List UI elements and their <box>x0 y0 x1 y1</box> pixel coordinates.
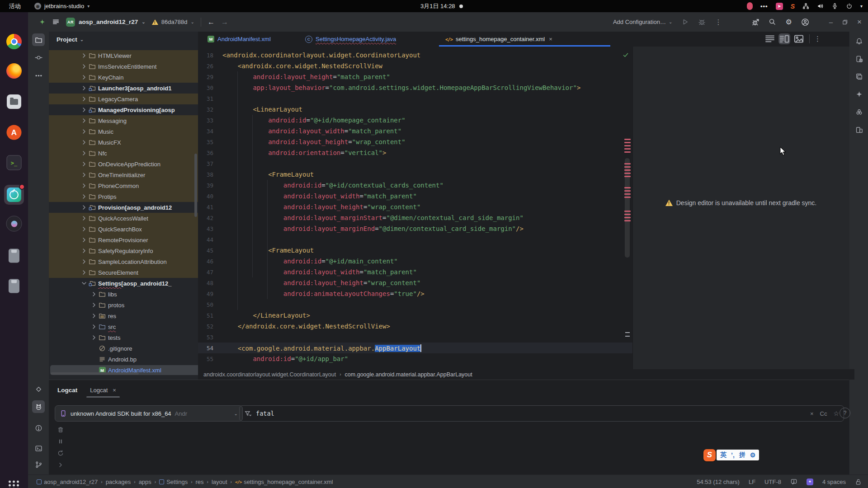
activities-button[interactable]: 活动 <box>6 0 24 12</box>
code-line-32[interactable]: 32 <LinearLayout <box>198 104 632 115</box>
tree-item-QuickAccessWallet[interactable]: QuickAccessWallet <box>49 213 198 224</box>
more-actions-icon[interactable]: ⋮ <box>715 18 722 26</box>
tree-item-res[interactable]: res <box>49 310 198 321</box>
chevron-right-icon[interactable] <box>80 160 88 168</box>
status-path-item[interactable]: apps <box>139 479 151 485</box>
code-line-51[interactable]: 51 </LinearLayout> <box>198 310 632 321</box>
ime-settings-gear-icon[interactable]: ⚙ <box>750 451 756 459</box>
tool-stripe-version-control[interactable] <box>32 458 45 471</box>
indent-setting[interactable]: 4 spaces <box>822 479 846 485</box>
chevron-right-icon[interactable] <box>80 225 88 233</box>
gradle-sync-icon[interactable]: ✦ <box>807 479 813 485</box>
project-widget[interactable]: AR aosp_android12_r27 ⌄ <box>66 18 146 27</box>
tool-stripe-gradle[interactable] <box>853 106 865 118</box>
logcat-panel-title[interactable]: Logcat <box>57 387 77 394</box>
ime-pinyin-mode[interactable]: 拼 <box>739 451 745 459</box>
tree-item-src[interactable]: src <box>49 321 198 332</box>
code-line-34[interactable]: 34 android:layout_width="match_parent" <box>198 126 632 136</box>
input-switcher-icon[interactable]: ➤ <box>776 3 783 10</box>
status-path-item[interactable]: </>settings_homepage_container.xml <box>235 479 333 485</box>
status-path-item[interactable]: layout <box>212 479 227 485</box>
editor-options-icon[interactable]: ⋮ <box>814 35 821 43</box>
logcat-trash-button[interactable] <box>56 425 65 434</box>
code-line-45[interactable]: 45 <FrameLayout <box>198 245 632 256</box>
tool-stripe-project-folder[interactable] <box>32 33 45 46</box>
chevron-right-icon[interactable] <box>80 117 88 124</box>
code-line-53[interactable]: 53 <box>198 332 632 343</box>
tree-item-KeyChain[interactable]: KeyChain <box>49 72 198 83</box>
dock-app-terminal[interactable]: >_ <box>7 155 22 170</box>
chevron-right-icon[interactable] <box>80 171 88 178</box>
code-line-35[interactable]: 35 android:layout_height="wrap_content" <box>198 136 632 147</box>
breadcrumb-item[interactable]: com.google.android.material.appbar.AppBa… <box>345 371 472 378</box>
tree-item-QuickSearchBox[interactable]: QuickSearchBox <box>49 224 198 235</box>
chevron-right-icon[interactable] <box>80 182 88 189</box>
code-editor[interactable]: 18<androidx.coordinatorlayout.widget.Coo… <box>198 47 632 369</box>
tool-stripe-running-devices[interactable] <box>853 52 865 65</box>
code-line-54[interactable]: 54 <com.google.android.material.appbar.A… <box>198 343 632 353</box>
status-path-item[interactable]: res <box>196 479 204 485</box>
tree-item-SecureElement[interactable]: SecureElement <box>49 267 198 278</box>
tool-stripe-problems[interactable] <box>32 422 45 434</box>
logcat-tab[interactable]: Logcat × <box>89 384 117 396</box>
main-menu-icon[interactable] <box>52 18 60 26</box>
chevron-right-icon[interactable] <box>80 236 88 244</box>
window-close-button[interactable]: × <box>857 18 862 27</box>
code-line-31[interactable]: 31 <box>198 93 632 104</box>
code-line-49[interactable]: 49 android:animateLayoutChanges="true"/> <box>198 288 632 299</box>
logcat-pause-button[interactable] <box>56 437 65 446</box>
code-line-38[interactable]: 38 <FrameLayout <box>198 169 632 180</box>
code-line-41[interactable]: 41 android:layout_height="wrap_content" <box>198 202 632 212</box>
attach-debugger-icon[interactable] <box>751 18 760 26</box>
chevron-right-icon[interactable] <box>90 301 98 309</box>
tree-item-Protips[interactable]: Protips <box>49 191 198 202</box>
clock[interactable]: 3月1日 14:28 <box>420 0 463 12</box>
split-view-button[interactable] <box>778 33 790 44</box>
ime-widget[interactable]: S 英 ’, 拼 ⚙ <box>703 449 759 461</box>
caret-position[interactable]: 54:53 (12 chars) <box>697 479 740 485</box>
chevron-right-icon[interactable] <box>90 312 98 319</box>
chevron-right-icon[interactable] <box>90 323 98 330</box>
code-line-39[interactable]: 39 android:id="@+id/contextual_cards_con… <box>198 180 632 191</box>
close-icon[interactable]: × <box>549 36 552 42</box>
status-path-item[interactable]: aosp_android12_r27 <box>37 479 98 485</box>
code-line-30[interactable]: 30 app:layout_behavior="com.android.sett… <box>198 82 632 93</box>
app-menu[interactable]: ◉ jetbrains-studio ▾ <box>34 0 90 12</box>
search-everywhere-icon[interactable] <box>769 18 776 26</box>
code-line-47[interactable]: 47 android:layout_width="match_parent" <box>198 267 632 277</box>
code-line-36[interactable]: 36 android:orientation="vertical"> <box>198 147 632 158</box>
project-panel-header[interactable]: Project ⌄ <box>49 32 198 47</box>
chevron-down-icon[interactable]: ▾ <box>860 4 863 9</box>
code-line-46[interactable]: 46 android:id="@+id/main_content" <box>198 256 632 267</box>
dock-app-chrome[interactable] <box>6 34 22 49</box>
tool-stripe-notifications[interactable] <box>853 35 865 47</box>
ime-punct-mode[interactable]: ’, <box>731 451 735 459</box>
editor-tab-SettingsHomepageActivity.java[interactable]: CSettingsHomepageActivity.java <box>299 32 449 47</box>
system-tray[interactable]: •••➤S▾ <box>747 0 863 12</box>
dock-app-grid[interactable] <box>9 481 19 488</box>
chevron-right-icon[interactable] <box>80 150 88 157</box>
chevron-right-icon[interactable] <box>80 193 88 200</box>
chevron-right-icon[interactable] <box>80 95 88 103</box>
tree-item-OnDeviceAppPrediction[interactable]: OnDeviceAppPrediction <box>49 159 198 169</box>
code-line-48[interactable]: 48 android:layout_height="wrap_content" <box>198 277 632 288</box>
code-line-33[interactable]: 33 android:id="@+id/homepage_container" <box>198 115 632 126</box>
chevron-right-icon[interactable] <box>80 128 88 135</box>
tree-item-libs[interactable]: libs <box>49 289 198 300</box>
tree-item-Nfc[interactable]: Nfc <box>49 148 198 159</box>
window-maximize-button[interactable] <box>842 19 848 25</box>
tree-item-tests[interactable]: tests <box>49 332 198 343</box>
clear-filter-icon[interactable]: × <box>810 410 814 417</box>
tool-stripe-resource-manager[interactable] <box>853 70 865 83</box>
chevron-right-icon[interactable] <box>80 84 88 92</box>
logcat-chevron-right-button[interactable] <box>56 460 65 469</box>
tree-item-protos[interactable]: protos <box>49 300 198 310</box>
tree-item-Android.bp[interactable]: Android.bp <box>49 354 198 365</box>
status-path-item[interactable]: packages <box>106 479 131 485</box>
code-line-55[interactable]: 55 android:id="@+id/app_bar" <box>198 353 632 364</box>
match-case-toggle[interactable]: Cc <box>820 410 827 417</box>
tree-item-Settings[interactable]: Settings [aosp_android12_ <box>49 278 198 289</box>
dock-app-firefox[interactable] <box>6 63 22 79</box>
code-line-18[interactable]: 18<androidx.coordinatorlayout.widget.Coo… <box>198 50 632 61</box>
dock-app-files[interactable] <box>7 94 21 109</box>
